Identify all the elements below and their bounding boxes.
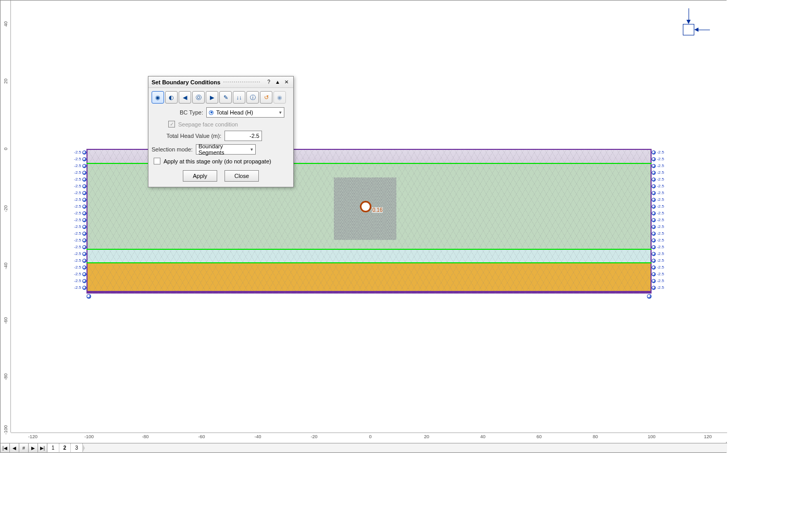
- fixity-node-icon[interactable]: [647, 294, 652, 299]
- bc-tool-unknown-icon[interactable]: ✎: [219, 91, 232, 104]
- bc-node-icon[interactable]: [82, 218, 86, 222]
- bc-node-icon[interactable]: [82, 205, 86, 209]
- bc-node-icon[interactable]: [652, 259, 656, 263]
- bc-node-icon[interactable]: [652, 205, 656, 209]
- stage-tab-3[interactable]: 3: [71, 443, 83, 452]
- bc-node-icon[interactable]: [652, 150, 656, 155]
- bc-node-icon[interactable]: [652, 225, 656, 229]
- bc-node-icon[interactable]: [652, 211, 656, 215]
- model-canvas[interactable]: 0.16 -2.5 -2.5 -2.5 -2.5 -2.5 -2.5 -2.5 …: [11, 1, 727, 432]
- bc-node-icon[interactable]: [82, 286, 86, 290]
- bc-node-icon[interactable]: [82, 225, 86, 229]
- close-button[interactable]: Close: [224, 170, 259, 182]
- bc-node-icon[interactable]: [82, 265, 86, 270]
- radio-dot-icon: [209, 110, 214, 115]
- tab-nav-hash[interactable]: #: [19, 443, 29, 452]
- bc-value-label: -2.5: [74, 157, 81, 161]
- ruler-x-tick: -80: [142, 434, 148, 439]
- bc-value-label: -2.5: [657, 177, 664, 182]
- bc-node-icon[interactable]: [652, 279, 656, 283]
- bc-node-icon[interactable]: [82, 157, 86, 161]
- bc-node-icon[interactable]: [82, 252, 86, 256]
- soil-layer-bottom[interactable]: [86, 291, 652, 294]
- bc-node-icon[interactable]: [652, 164, 656, 168]
- selection-mode-select[interactable]: Boundary Segments ▾: [196, 144, 256, 155]
- bc-node-icon[interactable]: [652, 265, 656, 270]
- bc-tool-pressure-icon[interactable]: ◐: [165, 91, 178, 104]
- bc-tool-infiltration-icon[interactable]: ↓↓: [233, 91, 245, 104]
- bc-value-label: -2.5: [657, 224, 664, 229]
- ruler-y-tick: 40: [3, 19, 8, 29]
- bc-node-icon[interactable]: [82, 245, 86, 249]
- bc-node-icon[interactable]: [652, 232, 656, 236]
- tab-nav-last[interactable]: ▶|: [38, 443, 47, 452]
- ruler-x-tick: 80: [593, 434, 598, 439]
- apply-button[interactable]: Apply: [183, 170, 217, 182]
- total-head-input[interactable]: [224, 131, 262, 141]
- bc-node-icon[interactable]: [652, 157, 656, 161]
- tunnel-excavation[interactable]: [360, 201, 371, 212]
- stage-tab-bar: |◀ ◀ # ▶ ▶| 1 2 3: [1, 443, 727, 452]
- tab-nav-next[interactable]: ▶: [29, 443, 38, 452]
- bc-node-icon[interactable]: [82, 198, 86, 202]
- stage-tab-2[interactable]: 2: [59, 443, 71, 452]
- layer-divider: [86, 262, 652, 263]
- bc-node-icon[interactable]: [82, 184, 86, 188]
- help-icon[interactable]: ?: [265, 79, 272, 86]
- bc-node-icon[interactable]: [82, 177, 86, 182]
- ruler-x-tick: 0: [369, 434, 371, 439]
- bc-tool-total-head-icon[interactable]: ◉: [152, 91, 164, 104]
- tab-nav-prev[interactable]: ◀: [10, 443, 19, 452]
- bc-tool-zero-icon[interactable]: Ⓞ: [192, 91, 205, 104]
- bc-node-icon[interactable]: [652, 184, 656, 188]
- bc-node-icon[interactable]: [82, 272, 86, 276]
- bc-node-icon[interactable]: [82, 211, 86, 215]
- bc-node-icon[interactable]: [652, 245, 656, 249]
- collapse-icon[interactable]: ▲: [274, 79, 281, 86]
- bc-node-icon[interactable]: [652, 238, 656, 243]
- bc-node-icon[interactable]: [82, 238, 86, 243]
- bc-node-icon[interactable]: [82, 150, 86, 155]
- bc-node-icon[interactable]: [652, 218, 656, 222]
- bc-node-icon[interactable]: [652, 198, 656, 202]
- close-icon[interactable]: ✕: [283, 79, 290, 86]
- bc-tool-flux-left-icon[interactable]: ◀: [179, 91, 191, 104]
- left-boundary-conditions: -2.5 -2.5 -2.5 -2.5 -2.5 -2.5 -2.5 -2.5 …: [73, 149, 89, 294]
- stage-tab-1[interactable]: 1: [47, 443, 59, 452]
- bc-value-label: -2.5: [74, 163, 81, 168]
- bc-value-label: -2.5: [74, 190, 81, 195]
- bc-tool-flux-right-icon[interactable]: ▶: [206, 91, 218, 104]
- bc-type-select[interactable]: Total Head (H) ▾: [206, 107, 284, 118]
- fixity-node-icon[interactable]: [86, 294, 91, 299]
- bc-node-icon[interactable]: [82, 171, 86, 175]
- bc-node-icon[interactable]: [82, 259, 86, 263]
- bc-value-label: -2.5: [657, 265, 664, 270]
- bc-node-icon[interactable]: [82, 191, 86, 195]
- bc-value-label: -2.5: [74, 251, 81, 256]
- bc-node-icon[interactable]: [82, 232, 86, 236]
- tab-nav-first[interactable]: |◀: [1, 443, 10, 452]
- ruler-y-tick: -100: [3, 425, 8, 435]
- bc-node-icon[interactable]: [652, 191, 656, 195]
- ruler-y: 40 20 0 -20 -40 -60 -80 -100: [1, 1, 11, 432]
- bc-value-label: -2.5: [657, 258, 664, 263]
- soil-layer-4[interactable]: [86, 262, 652, 291]
- bc-tool-info-icon[interactable]: ⓘ: [246, 91, 259, 104]
- bc-node-icon[interactable]: [652, 286, 656, 290]
- dialog-titlebar[interactable]: Set Boundary Conditions ? ▲ ✕: [148, 77, 293, 88]
- bc-node-icon[interactable]: [652, 272, 656, 276]
- bc-node-icon[interactable]: [652, 252, 656, 256]
- soil-layer-3[interactable]: [86, 249, 652, 262]
- arrow-down-icon: [687, 8, 690, 24]
- bc-node-icon[interactable]: [82, 279, 86, 283]
- bc-node-icon[interactable]: [652, 177, 656, 182]
- bc-node-icon[interactable]: [82, 164, 86, 168]
- boundary-conditions-dialog[interactable]: Set Boundary Conditions ? ▲ ✕ ◉ ◐ ◀ Ⓞ ▶ …: [148, 76, 294, 187]
- propagate-checkbox[interactable]: [154, 158, 160, 164]
- bc-tool-reset-icon[interactable]: ↺: [260, 91, 272, 104]
- bc-value-label: -2.5: [657, 238, 664, 243]
- bc-node-icon[interactable]: [652, 171, 656, 175]
- bc-value-label: -2.5: [657, 157, 664, 161]
- selection-mode-label: Selection mode:: [152, 146, 193, 152]
- ruler-y-tick: 20: [3, 77, 8, 86]
